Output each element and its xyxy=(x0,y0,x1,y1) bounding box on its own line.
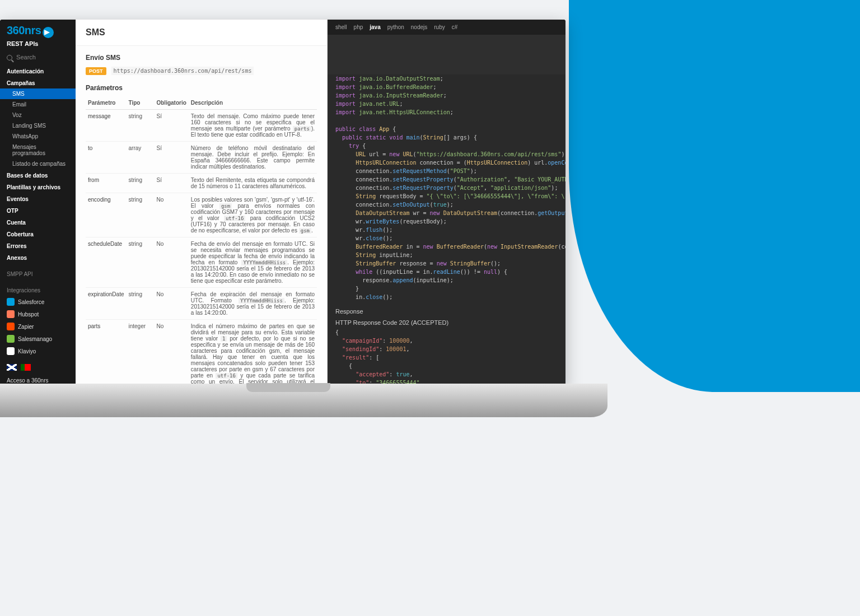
integration-label: Salesforce xyxy=(18,299,44,305)
language-tabs: shellphpjavapythonnodejsrubyc# xyxy=(328,20,565,35)
param-name: message xyxy=(86,110,126,142)
smpp-header: SMPP API xyxy=(0,263,76,279)
logo: 360nrs xyxy=(0,20,76,40)
param-required: Sí xyxy=(154,142,188,174)
integration-label: Klaviyo xyxy=(18,348,36,354)
background-blob xyxy=(569,0,860,392)
nav-item[interactable]: Landing SMS xyxy=(0,120,76,131)
lang-tab[interactable]: ruby xyxy=(434,24,445,30)
integration-label: Hubspot xyxy=(18,311,39,318)
integration-icon xyxy=(7,323,15,330)
lang-tab[interactable]: c# xyxy=(452,24,458,30)
params-heading: Parámetros xyxy=(86,84,317,92)
integrations-list: SalesforceHubspotZapierSalesmanagoKlaviy… xyxy=(0,296,76,357)
nav-item[interactable]: Autenticación xyxy=(0,65,76,77)
integration-icon xyxy=(7,310,15,318)
param-desc: Texto del mensaje. Como máximo puede ten… xyxy=(189,110,317,142)
search-placeholder: Search xyxy=(16,54,36,60)
nav-item[interactable]: Voz xyxy=(0,110,76,120)
nav-item[interactable]: OTP xyxy=(0,204,76,216)
integrations-header: Integraciones xyxy=(0,279,76,296)
param-desc: Texto del Remitente, esta etiqueta se co… xyxy=(189,174,317,193)
col-required: Obligatorio xyxy=(154,96,188,110)
param-type: string xyxy=(126,237,154,288)
param-required: No xyxy=(154,193,188,237)
param-type: array xyxy=(126,142,154,174)
response-status: HTTP Response Code 202 (ACCEPTED) xyxy=(328,317,565,328)
integration-label: Zapier xyxy=(18,324,34,330)
search-icon xyxy=(7,55,12,60)
param-type: string xyxy=(126,174,154,193)
param-type: integer xyxy=(126,320,154,390)
param-required: Sí xyxy=(154,174,188,193)
param-name: from xyxy=(86,174,126,193)
flag-uk-icon[interactable] xyxy=(7,364,17,371)
param-desc: Los posibles valores son 'gsm', 'gsm-pt'… xyxy=(189,193,317,237)
flag-pt-icon[interactable] xyxy=(21,364,31,371)
nav-item[interactable]: Email xyxy=(0,99,76,110)
param-desc: Fecha de envío del mensaje en formato UT… xyxy=(189,237,317,288)
search-row[interactable]: Search xyxy=(0,52,76,65)
page-title: SMS xyxy=(76,20,327,46)
param-required: Sí xyxy=(154,110,188,142)
nav-item[interactable]: Campañas xyxy=(0,77,76,88)
integration-icon xyxy=(7,335,15,343)
app-root: 360nrs REST APIs Search AutenticaciónCam… xyxy=(0,20,565,389)
integration-item[interactable]: Salesforce xyxy=(0,296,76,308)
integration-item[interactable]: Klaviyo xyxy=(0,345,76,357)
laptop-screen: 360nrs REST APIs Search AutenticaciónCam… xyxy=(0,20,565,389)
col-param: Parámetro xyxy=(86,96,126,110)
http-method-badge: POST xyxy=(86,67,106,75)
logo-subtitle: REST APIs xyxy=(0,40,76,52)
integration-item[interactable]: Salesmanago xyxy=(0,333,76,345)
param-type: string xyxy=(126,193,154,237)
integration-item[interactable]: Zapier xyxy=(0,320,76,333)
table-row: fromstringSíTexto del Remitente, esta et… xyxy=(86,174,317,193)
lang-tab[interactable]: java xyxy=(370,24,380,30)
docs-panel: SMS Envío SMS POST https://dashboard.360… xyxy=(76,20,328,389)
code-panel: shellphpjavapythonnodejsrubyc# import ja… xyxy=(328,20,565,389)
param-desc: Fecha de expiración del mensaje en forma… xyxy=(189,288,317,320)
param-name: encoding xyxy=(86,193,126,237)
integration-icon xyxy=(7,347,15,355)
laptop-notch xyxy=(246,383,330,392)
col-type: Tipo xyxy=(126,96,154,110)
param-required: No xyxy=(154,288,188,320)
param-name: expirationDate xyxy=(86,288,126,320)
nav-item[interactable]: Bases de datos xyxy=(0,169,76,181)
param-type: string xyxy=(126,288,154,320)
laptop-mockup: 360nrs REST APIs Search AutenticaciónCam… xyxy=(0,20,577,445)
param-type: string xyxy=(126,110,154,142)
nav-item[interactable]: Errores xyxy=(0,240,76,251)
col-description: Descripción xyxy=(189,96,317,110)
nav-list: AutenticaciónCampañasSMSEmailVozLanding … xyxy=(0,65,76,263)
nav-item[interactable]: Cuenta xyxy=(0,216,76,228)
nav-item[interactable]: Cobertura xyxy=(0,228,76,240)
logo-text: 360nrs xyxy=(7,24,41,36)
response-title: Response xyxy=(328,301,565,317)
nav-item[interactable]: Listado de campañas xyxy=(0,158,76,169)
language-flags xyxy=(0,357,76,374)
section-title: Envío SMS xyxy=(86,54,317,62)
param-name: parts xyxy=(86,320,126,390)
param-name: scheduleDate xyxy=(86,237,126,288)
integration-item[interactable]: Hubspot xyxy=(0,308,76,320)
endpoint-row: POST https://dashboard.360nrs.com/api/re… xyxy=(86,67,317,75)
lang-tab[interactable]: python xyxy=(387,24,404,30)
param-name: to xyxy=(86,142,126,174)
nav-item[interactable]: Mensajes programados xyxy=(0,142,76,158)
nav-item[interactable]: WhatsApp xyxy=(0,131,76,142)
nav-item[interactable]: SMS xyxy=(0,88,76,99)
table-row: expirationDatestringNoFecha de expiració… xyxy=(86,288,317,320)
lang-tab[interactable]: shell xyxy=(335,24,347,30)
lang-tab[interactable]: php xyxy=(354,24,363,30)
nav-item[interactable]: Plantillas y archivos xyxy=(0,181,76,193)
nav-item[interactable]: Eventos xyxy=(0,193,76,204)
param-desc: Indica el número máximo de partes en que… xyxy=(189,320,317,390)
nav-item[interactable]: Anexos xyxy=(0,251,76,263)
lang-tab[interactable]: nodejs xyxy=(411,24,427,30)
integration-icon xyxy=(7,298,15,306)
sidebar: 360nrs REST APIs Search AutenticaciónCam… xyxy=(0,20,76,389)
endpoint-url: https://dashboard.360nrs.com/api/rest/sm… xyxy=(111,67,254,75)
paper-plane-icon xyxy=(43,27,54,38)
